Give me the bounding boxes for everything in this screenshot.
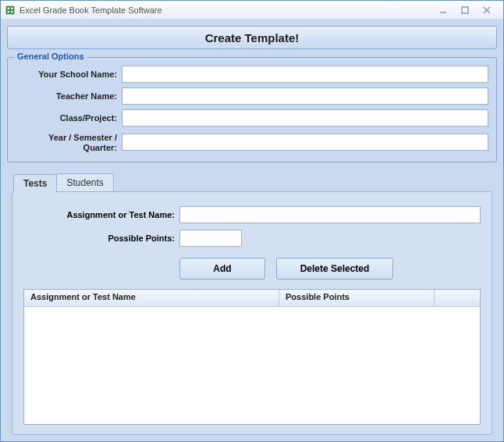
app-icon: [4, 4, 16, 16]
minimize-button[interactable]: [438, 5, 449, 16]
titlebar: Excel Grade Book Template Software: [1, 1, 503, 20]
assignment-name-label: Assignment or Test Name:: [23, 210, 179, 219]
listview-header: Assignment or Test Name Possible Points: [24, 290, 480, 307]
teacher-name-label: Teacher Name:: [16, 91, 117, 102]
maximize-button[interactable]: [460, 5, 470, 16]
tabs-container: Tests Students Assignment or Test Name: …: [7, 173, 497, 435]
svg-rect-2: [11, 7, 13, 9]
year-semester-input[interactable]: [122, 134, 488, 151]
class-project-label: Class/Project:: [16, 113, 117, 123]
possible-points-input[interactable]: [179, 230, 242, 247]
tests-panel: Assignment or Test Name: Possible Points…: [12, 191, 492, 435]
general-options-group: General Options Your School Name: Teache…: [7, 57, 497, 162]
listview-body[interactable]: [24, 307, 480, 424]
tab-students[interactable]: Students: [56, 173, 113, 191]
possible-points-label: Possible Points:: [23, 233, 179, 243]
create-template-button[interactable]: Create Template!: [7, 26, 497, 49]
assignment-name-input[interactable]: [179, 206, 481, 223]
year-semester-label: Year / Semester / Quarter:: [16, 131, 117, 152]
svg-rect-3: [8, 10, 10, 12]
add-button[interactable]: Add: [179, 258, 265, 280]
close-button[interactable]: [481, 5, 492, 16]
svg-rect-4: [11, 10, 13, 12]
app-window: Excel Grade Book Template Software Creat…: [0, 0, 504, 442]
delete-selected-button[interactable]: Delete Selected: [276, 258, 393, 280]
tabstrip: Tests Students: [13, 173, 492, 191]
svg-rect-0: [6, 5, 15, 14]
assignments-listview[interactable]: Assignment or Test Name Possible Points: [23, 289, 481, 425]
class-project-input[interactable]: [122, 109, 488, 127]
general-options-legend: General Options: [14, 52, 87, 61]
column-assignment-name[interactable]: Assignment or Test Name: [24, 290, 279, 306]
svg-rect-6: [462, 7, 468, 13]
school-name-label: Your School Name:: [16, 70, 117, 80]
column-possible-points[interactable]: Possible Points: [279, 290, 435, 306]
window-controls: [438, 5, 500, 16]
teacher-name-input[interactable]: [122, 87, 488, 105]
svg-rect-1: [8, 7, 10, 9]
school-name-input[interactable]: [122, 66, 488, 83]
tab-tests[interactable]: Tests: [13, 174, 57, 193]
client-area: Create Template! General Options Your Sc…: [1, 20, 503, 441]
window-title: Excel Grade Book Template Software: [20, 5, 438, 15]
column-spacer: [435, 290, 480, 306]
